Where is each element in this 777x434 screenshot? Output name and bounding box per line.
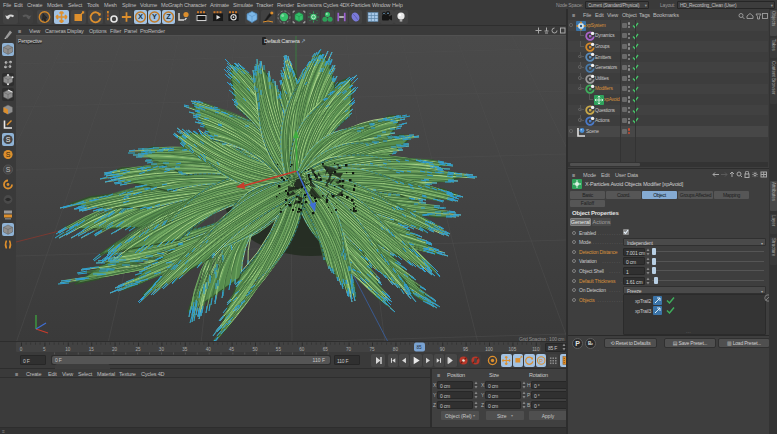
svg-text:S: S [6, 151, 11, 158]
svg-text:P: P [539, 357, 543, 363]
svg-text:S: S [6, 136, 11, 143]
svg-text:X: X [138, 12, 143, 21]
svg-text:85: 85 [416, 345, 422, 350]
svg-text:S: S [6, 166, 11, 173]
svg-text:Z: Z [166, 12, 171, 21]
svg-text:Y: Y [152, 12, 157, 21]
